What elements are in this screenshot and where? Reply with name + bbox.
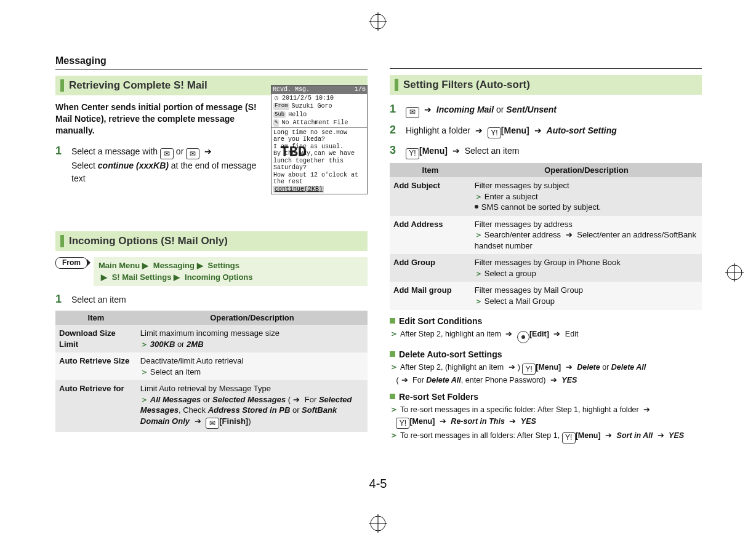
txt: Enter a subject bbox=[485, 192, 538, 201]
cell-item: Auto Retrieve for bbox=[55, 380, 137, 432]
txt: For bbox=[302, 395, 319, 404]
from-pill: From bbox=[55, 257, 87, 269]
txt: or bbox=[201, 395, 212, 404]
th-desc: Operation/Description bbox=[137, 311, 368, 325]
txt: For bbox=[411, 376, 427, 384]
path-part: Settings bbox=[208, 261, 239, 270]
phone-date: 2011/2/5 10:10 bbox=[282, 95, 334, 102]
path-part: S! Mail Settings bbox=[112, 272, 172, 282]
phone-page: 1/6 bbox=[355, 86, 366, 93]
arrow-icon: ➔ bbox=[505, 330, 512, 338]
cell-item: Add Subject bbox=[390, 177, 471, 216]
arrow-icon: ➔ bbox=[195, 416, 201, 426]
arrow-icon: ➔ bbox=[440, 417, 446, 426]
svg-point-3 bbox=[371, 516, 385, 531]
cell-item: Add Address bbox=[390, 216, 471, 255]
arrow-icon: ➔ bbox=[452, 146, 460, 156]
step-number: 1 bbox=[55, 291, 65, 307]
txt: ( bbox=[396, 376, 398, 384]
cell-desc: Limit Auto retrieval by Message Type ＞Al… bbox=[137, 380, 368, 432]
txt: , Check bbox=[179, 405, 208, 415]
txt: To re-sort messages in a specific folder… bbox=[400, 405, 641, 414]
txt: Select a message with bbox=[71, 146, 160, 156]
txt: Limit Auto retrieval by Message Type bbox=[140, 384, 271, 393]
txt: ( bbox=[286, 395, 291, 404]
subheading-label: Delete Auto-sort Settings bbox=[399, 349, 502, 359]
txt: Select bbox=[71, 161, 98, 170]
bullet-icon bbox=[475, 205, 478, 209]
th-item: Item bbox=[390, 163, 471, 177]
cell-item: Add Group bbox=[390, 254, 471, 282]
opt: Incoming Mail bbox=[436, 105, 494, 114]
txt: Filter messages by subject bbox=[475, 181, 569, 190]
th-desc: Operation/Description bbox=[471, 163, 702, 177]
square-bullet-icon bbox=[390, 351, 395, 357]
step-body: ✉ ➔ Incoming Mail or Sent/Unsent bbox=[406, 103, 702, 118]
txt: Select a group bbox=[485, 269, 536, 278]
key-label: [Menu] bbox=[576, 431, 601, 440]
opt: Select an item bbox=[150, 367, 201, 376]
content-area: Messaging Retrieving Complete S! Mail Wh… bbox=[55, 55, 702, 498]
key-label: [Edit] bbox=[529, 330, 549, 338]
chevron-icon: ＞ bbox=[390, 430, 398, 440]
cell-desc: Deactivate/limit Auto retrieval ＞Select … bbox=[137, 352, 368, 380]
phone-from: Suzuki Goro bbox=[292, 103, 332, 110]
triangle-icon: ▶ bbox=[101, 272, 107, 282]
bl: How about 12 o'clock at bbox=[273, 172, 365, 179]
txt: After Step 2, (highlight an item bbox=[400, 363, 506, 372]
opt: Auto-sort Setting bbox=[547, 125, 617, 135]
phone-attachment: No Attachment File bbox=[281, 119, 348, 127]
cell-desc: Filter messages by subject ＞Enter a subj… bbox=[471, 177, 702, 216]
arrow-icon: ➔ bbox=[566, 363, 573, 372]
opt: 300KB bbox=[150, 340, 175, 349]
left-column: Messaging Retrieving Complete S! Mail Wh… bbox=[55, 55, 368, 498]
filters-table: Item Operation/Description Add Subject F… bbox=[390, 163, 702, 309]
cell-desc: Filter messages by address ＞Search/enter… bbox=[471, 216, 702, 255]
cell-item: Add Mail group bbox=[390, 282, 471, 309]
txt: Limit maximum incoming message size bbox=[140, 328, 279, 338]
chevron-icon: ＞ bbox=[390, 362, 398, 372]
bl: Long time no see.How bbox=[273, 129, 365, 137]
sub-line: ＞After Step 2, highlight an item ➔ [Edit… bbox=[390, 327, 702, 343]
phone-sub-row: SubHello bbox=[271, 111, 367, 119]
step-body: Highlight a folder ➔ Y![Menu] ➔ Auto-sor… bbox=[406, 124, 702, 139]
key-label: [Menu] bbox=[501, 125, 529, 135]
lead-text: When Center sends initial portion of mes… bbox=[55, 101, 259, 137]
path-part: Messaging bbox=[153, 261, 195, 270]
chevron-icon: ＞ bbox=[390, 328, 398, 338]
arrow-icon: ➔ bbox=[553, 330, 560, 338]
phone-from-row: FromSuzuki Goro bbox=[271, 102, 367, 111]
opt: Sort in All bbox=[617, 431, 653, 440]
txt: or bbox=[176, 146, 186, 156]
txt: Filter messages by Group in Phone Book bbox=[475, 258, 621, 267]
step-number: 3 bbox=[390, 142, 400, 158]
arrow-icon: ➔ bbox=[293, 395, 300, 404]
arrow-icon: ➔ bbox=[534, 125, 542, 135]
section-bar-filters: Setting Filters (Auto-sort) bbox=[390, 75, 702, 95]
opt: Re-sort in This bbox=[451, 417, 505, 426]
continue-link-label: continue (xxxKB) bbox=[98, 161, 169, 170]
txt: Search/enter address bbox=[485, 230, 563, 239]
arrow-icon: ➔ bbox=[643, 405, 650, 414]
phone-subject: Hello bbox=[288, 111, 307, 119]
chevron-icon: ＞ bbox=[140, 395, 148, 404]
phone-body: Long time no see.How are you Ikeda? I am… bbox=[271, 128, 367, 194]
chevron-icon: ＞ bbox=[475, 269, 483, 278]
cell-item: Auto Retrieve Size bbox=[55, 352, 137, 380]
arrow-icon: ➔ bbox=[657, 431, 664, 440]
path-part: Incoming Options bbox=[185, 272, 253, 282]
cell-desc: Limit maximum incoming message size ＞300… bbox=[137, 325, 368, 352]
sub-line: ＞After Step 2, (highlight an item ➔) Y![… bbox=[390, 360, 702, 386]
step-1-filters: 1 ✉ ➔ Incoming Mail or Sent/Unsent bbox=[390, 101, 702, 118]
bl: Saturday? bbox=[273, 164, 365, 172]
chevron-icon: ＞ bbox=[140, 340, 148, 349]
txt: or bbox=[290, 405, 302, 415]
txt: Select a Mail Group bbox=[485, 296, 555, 306]
rule bbox=[55, 69, 368, 70]
arrow-icon: ➔ bbox=[401, 376, 408, 384]
accent-bar bbox=[60, 235, 64, 247]
square-bullet-icon bbox=[390, 394, 395, 399]
page: Messaging Retrieving Complete S! Mail Wh… bbox=[0, 0, 756, 545]
cell-desc: Filter messages by Mail Group ＞Select a … bbox=[471, 282, 702, 309]
table-row: Add Group Filter messages by Group in Ph… bbox=[390, 254, 702, 282]
